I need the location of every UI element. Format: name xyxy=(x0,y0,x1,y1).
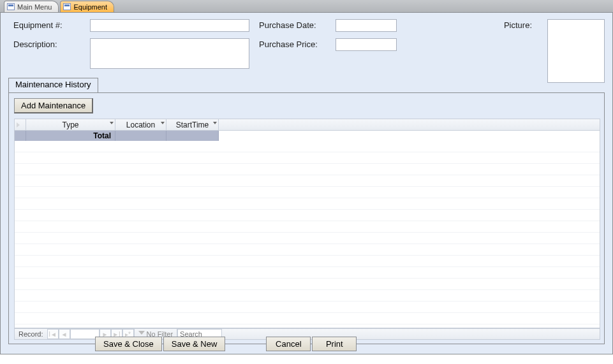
cancel-button[interactable]: Cancel xyxy=(266,337,311,351)
picture-box[interactable] xyxy=(547,19,605,83)
equipment-no-input[interactable] xyxy=(90,19,249,32)
maintenance-subform: Maintenance History Add Maintenance Type… xyxy=(8,78,605,344)
add-maintenance-button[interactable]: Add Maintenance xyxy=(14,98,93,113)
maintenance-grid: Type Location StartTime Total xyxy=(14,119,600,328)
form-action-bar: Save & Close Save & New Cancel Print xyxy=(1,337,612,351)
form-icon xyxy=(63,3,71,10)
grid-body[interactable] xyxy=(15,141,600,328)
grid-header: Type Location StartTime xyxy=(15,119,600,131)
grid-total-row: Total xyxy=(15,131,600,141)
equipment-form: Equipment #: Description: Purchase Date:… xyxy=(0,13,613,354)
purchase-price-label: Purchase Price: xyxy=(259,40,318,49)
chevron-down-icon xyxy=(161,122,165,124)
grid-row-selector-header[interactable] xyxy=(15,119,26,130)
save-close-button[interactable]: Save & Close xyxy=(95,337,162,351)
purchase-price-input[interactable] xyxy=(336,38,397,51)
purchase-date-input[interactable] xyxy=(336,19,397,32)
tab-main-menu[interactable]: Main Menu xyxy=(4,1,59,12)
chevron-down-icon xyxy=(213,122,217,124)
equipment-no-label: Equipment #: xyxy=(13,20,63,30)
description-input[interactable] xyxy=(90,38,249,69)
total-label: Total xyxy=(26,131,115,141)
tab-maintenance-history[interactable]: Maintenance History xyxy=(8,78,98,92)
tab-main-menu-label: Main Menu xyxy=(17,3,52,11)
col-starttime[interactable]: StartTime xyxy=(166,119,219,130)
tab-equipment-label: Equipment xyxy=(73,3,107,11)
save-new-button[interactable]: Save & New xyxy=(163,337,226,351)
form-icon xyxy=(7,3,15,10)
col-type[interactable]: Type xyxy=(26,119,115,130)
description-label: Description: xyxy=(13,40,57,49)
print-button[interactable]: Print xyxy=(312,337,357,351)
tab-equipment[interactable]: Equipment xyxy=(60,1,114,12)
col-location[interactable]: Location xyxy=(115,119,166,130)
tab-maintenance-history-label: Maintenance History xyxy=(15,80,91,89)
col-empty xyxy=(219,119,600,130)
chevron-down-icon xyxy=(110,122,114,124)
purchase-date-label: Purchase Date: xyxy=(259,20,316,30)
picture-label: Picture: xyxy=(504,20,532,30)
window-tab-strip: Main Menu Equipment xyxy=(0,0,613,13)
